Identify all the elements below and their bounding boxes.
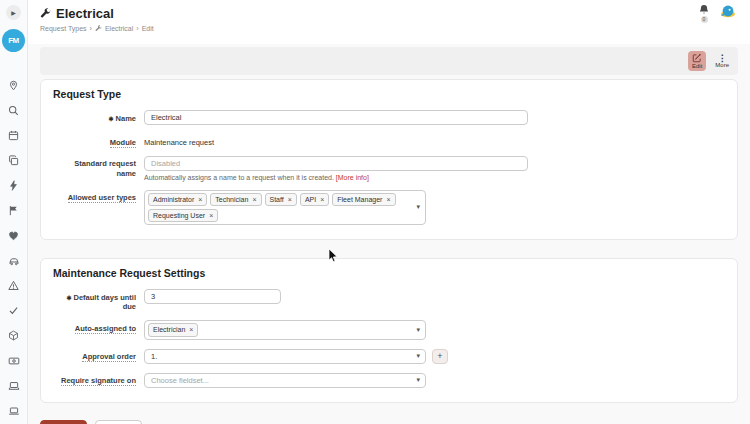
user-type-tag: Technician× [210,193,261,206]
remove-tag-icon[interactable]: × [198,195,202,204]
approval-order-row: Approval order 1. ▾ + [53,349,725,364]
sidebar-item-search[interactable] [0,98,28,123]
edit-button[interactable]: Edit [688,51,706,71]
sidebar-item-location[interactable] [0,73,28,98]
billing-icon [8,355,20,367]
more-button-label: More [715,62,729,69]
user-type-tag: Staff× [265,193,297,206]
auto-assigned-tag: Electrician× [148,323,198,336]
copy-icon [8,155,19,166]
wrench-icon [40,8,51,19]
require-signature-select[interactable]: Choose fieldset... ▾ [144,373,426,388]
remove-tag-icon[interactable]: × [386,195,390,204]
sidebar-item-bolt[interactable] [0,173,28,198]
form-actions: Save Back [40,420,738,424]
sidebar-nav [0,73,28,423]
name-label: ✱Name [53,110,144,123]
avatar-image [720,4,736,20]
wrench-icon-small [95,25,102,32]
edit-button-label: Edit [692,63,702,70]
user-type-tag: API× [300,193,329,206]
request-type-card: Request Type ✱Name Module Maintenance re… [40,79,738,240]
notifications-badge: 0 [701,16,708,23]
remove-tag-icon[interactable]: × [252,195,256,204]
add-approval-button[interactable]: + [432,349,448,364]
sidebar-item-laptop[interactable] [0,373,28,398]
required-marker: ✱ [66,295,71,301]
back-button[interactable]: Back [95,420,142,424]
settings-card-title: Maintenance Request Settings [53,267,725,279]
default-days-row: ✱Default days until due [53,289,725,311]
app-logo[interactable]: FM [2,29,25,52]
location-pin-icon [8,80,19,91]
default-days-label: ✱Default days until due [53,289,144,311]
chevron-down-icon: ▾ [416,203,420,211]
auto-assigned-multiselect[interactable]: Electrician× ▾ [144,320,426,339]
remove-tag-icon[interactable]: × [320,195,324,204]
car-icon [8,255,20,267]
settings-card: Maintenance Request Settings ✱Default da… [40,258,738,402]
sidebar-item-issues[interactable] [0,273,28,298]
sidebar-item-flag[interactable] [0,198,28,223]
main-area: Electrical Request Types › Electrical › … [28,0,750,424]
more-info-link[interactable]: [More info] [336,174,369,181]
remove-tag-icon[interactable]: × [288,195,292,204]
module-field-row: Module Maintenance request [53,134,725,147]
standard-request-name-input[interactable] [144,156,528,171]
name-input[interactable] [144,110,528,125]
approval-order-label: Approval order [53,349,144,362]
remove-tag-icon[interactable]: × [189,325,193,334]
standard-request-name-label: Standard request name [53,156,144,178]
warning-triangle-icon [8,280,19,291]
device-icon [8,405,20,417]
more-dots-icon: ⋮ [718,54,727,62]
request-type-card-title: Request Type [53,88,725,100]
standard-request-name-row: Standard request name Automatically assi… [53,156,725,181]
sidebar-item-device[interactable] [0,398,28,423]
breadcrumb: Request Types › Electrical › Edit [40,25,738,32]
page-header: Electrical Request Types › Electrical › … [28,0,750,44]
edit-pencil-icon [692,53,702,63]
breadcrumb-request-types[interactable]: Request Types [40,25,87,32]
sidebar-expand-button[interactable]: ▶ [6,5,21,20]
bell-icon [698,4,710,16]
breadcrumb-electrical[interactable]: Electrical [105,25,133,32]
default-days-input[interactable] [144,289,281,304]
search-icon [8,105,19,116]
sidebar-item-tasks[interactable] [0,298,28,323]
standard-request-name-help: Automatically assigns a name to a reques… [144,174,725,181]
laptop-icon [8,380,20,392]
auto-assigned-label: Auto-assigned to [53,320,144,333]
allowed-user-types-label: Allowed user types [53,190,144,203]
action-toolbar: Edit ⋮ More [40,47,738,75]
name-field-row: ✱Name [53,110,725,125]
content-area: Edit ⋮ More Request Type ✱Name Module Ma… [28,44,750,424]
approval-order-select[interactable]: 1. ▾ [144,349,426,364]
user-type-tag: Administrator× [148,193,207,206]
breadcrumb-separator: › [90,25,92,32]
sidebar-item-copy[interactable] [0,148,28,173]
sidebar-item-calendar[interactable] [0,123,28,148]
module-label: Module [53,134,144,147]
module-value: Maintenance request [144,134,725,147]
allowed-user-types-row: Allowed user types Administrator× Techni… [53,190,725,225]
auto-assigned-row: Auto-assigned to Electrician× ▾ [53,320,725,339]
allowed-user-types-multiselect[interactable]: Administrator× Technician× Staff× API× F… [144,190,426,225]
flag-icon [8,205,19,216]
chevron-down-icon: ▾ [416,376,420,384]
page-title: Electrical [56,6,114,21]
notifications-button[interactable]: 0 [698,4,710,23]
sidebar: ▶ FM [0,0,28,424]
user-avatar[interactable] [720,4,736,20]
sidebar-item-vehicles[interactable] [0,248,28,273]
breadcrumb-edit: Edit [142,25,154,32]
cube-icon [8,330,19,341]
save-button[interactable]: Save [40,420,87,424]
calendar-icon [8,130,19,141]
more-button[interactable]: ⋮ More [711,52,733,70]
remove-tag-icon[interactable]: × [209,211,213,220]
sidebar-item-billing[interactable] [0,348,28,373]
sidebar-item-heart[interactable] [0,223,28,248]
heart-icon [8,230,19,241]
sidebar-item-parts[interactable] [0,323,28,348]
